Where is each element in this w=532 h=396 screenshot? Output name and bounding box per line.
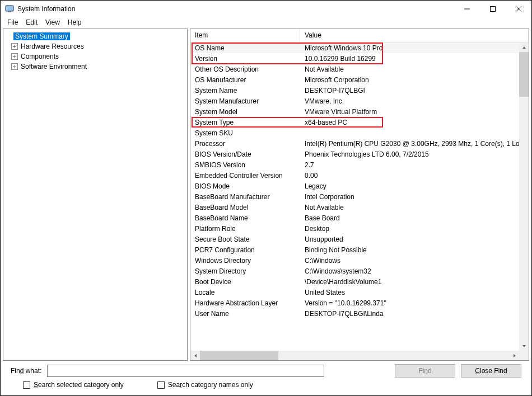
tree-item[interactable]: Hardware Resources [3, 41, 187, 51]
cell-item: Other OS Description [190, 65, 300, 73]
table-row[interactable]: Other OS DescriptionNot Available [190, 64, 529, 74]
cell-item: Processor [190, 140, 300, 148]
cell-value: Microsoft Windows 10 Pro [300, 44, 529, 52]
table-row[interactable]: Version10.0.16299 Build 16299 [190, 53, 529, 64]
cell-item: BaseBoard Name [190, 214, 300, 222]
tree-root-label: System Summary [13, 32, 70, 40]
table-row[interactable]: Windows DirectoryC:\Windows [190, 255, 529, 266]
minimize-button[interactable] [454, 1, 480, 17]
cell-value: \Device\HarddiskVolume1 [300, 278, 529, 286]
cell-item: Windows Directory [190, 257, 300, 265]
table-row[interactable]: BIOS ModeLegacy [190, 181, 529, 191]
cell-value: Intel(R) Pentium(R) CPU G2030 @ 3.00GHz,… [300, 140, 529, 148]
svg-marker-8 [522, 345, 526, 347]
checkbox-category-names[interactable]: Search category names only [157, 381, 253, 389]
checkbox-label: Search selected category only [34, 381, 124, 389]
list-header[interactable]: Item Value [190, 29, 529, 43]
tree-expander-icon[interactable] [11, 43, 18, 50]
menu-help[interactable]: Help [64, 17, 85, 27]
table-row[interactable]: Hardware Abstraction LayerVersion = "10.… [190, 298, 529, 308]
cell-item: System SKU [190, 129, 300, 137]
svg-rect-1 [6, 6, 13, 11]
svg-marker-9 [194, 354, 197, 357]
cell-item: BaseBoard Model [190, 204, 300, 211]
menu-file[interactable]: File [4, 17, 21, 27]
find-button[interactable]: Find [395, 364, 455, 378]
table-row[interactable]: Secure Boot StateUnsupported [190, 234, 529, 244]
table-row[interactable]: Platform RoleDesktop [190, 223, 529, 234]
cell-item: SMBIOS Version [190, 161, 300, 169]
cell-item: System Manufacturer [190, 97, 300, 105]
scroll-thumb[interactable] [519, 52, 529, 97]
table-row[interactable]: PCR7 ConfigurationBinding Not Possible [190, 244, 529, 255]
cell-value: Phoenix Technologies LTD 6.00, 7/2/2015 [300, 150, 529, 158]
menu-view[interactable]: View [42, 17, 63, 27]
table-row[interactable]: System NameDESKTOP-I7QLBGI [190, 85, 529, 96]
cell-value: C:\Windows [300, 257, 529, 265]
maximize-button[interactable] [480, 1, 506, 17]
column-header-value[interactable]: Value [300, 29, 529, 42]
column-header-item[interactable]: Item [190, 29, 300, 42]
tree-item-label: Components [19, 53, 60, 60]
cell-item: Platform Role [190, 225, 300, 233]
cell-item: BIOS Version/Date [190, 150, 300, 158]
checkbox-icon [23, 381, 30, 389]
table-row[interactable]: ProcessorIntel(R) Pentium(R) CPU G2030 @… [190, 138, 529, 149]
tree-expander-icon [6, 33, 12, 40]
table-row[interactable]: System ModelVMware Virtual Platform [190, 106, 529, 117]
table-row[interactable]: User NameDESKTOP-I7QLBGI\Linda [190, 308, 529, 319]
title-bar: System Information [1, 1, 531, 17]
cell-value: Not Available [300, 204, 529, 211]
cell-value: C:\Windows\system32 [300, 267, 529, 275]
table-row[interactable]: SMBIOS Version2.7 [190, 159, 529, 170]
cell-item: Locale [190, 289, 300, 296]
vertical-scrollbar[interactable] [519, 43, 529, 351]
table-row[interactable]: OS NameMicrosoft Windows 10 Pro [190, 43, 529, 53]
tree-expander-icon[interactable] [11, 63, 18, 70]
table-row[interactable]: System SKU [190, 128, 529, 138]
cell-item: BaseBoard Manufacturer [190, 193, 300, 201]
table-row[interactable]: BaseBoard ModelNot Available [190, 202, 529, 213]
cell-value: DESKTOP-I7QLBGI\Linda [300, 310, 529, 318]
list-body[interactable]: OS NameMicrosoft Windows 10 ProVersion10… [190, 43, 529, 360]
cell-item: PCR7 Configuration [190, 246, 300, 254]
scroll-up-icon[interactable] [519, 43, 529, 52]
checkbox-selected-category[interactable]: Search selected category only [23, 381, 124, 389]
tree-expander-icon[interactable] [11, 53, 18, 60]
cell-value: United States [300, 289, 529, 296]
table-row[interactable]: System ManufacturerVMware, Inc. [190, 96, 529, 106]
scroll-left-icon[interactable] [190, 351, 200, 360]
cell-item: System Model [190, 108, 300, 116]
scroll-thumb-h[interactable] [200, 351, 278, 360]
tree-item[interactable]: Components [3, 51, 187, 62]
close-button[interactable] [506, 1, 531, 17]
table-row[interactable]: System DirectoryC:\Windows\system32 [190, 266, 529, 276]
tree-item[interactable]: Software Environment [3, 62, 187, 72]
table-row[interactable]: Embedded Controller Version0.00 [190, 170, 529, 181]
table-row[interactable]: BIOS Version/DatePhoenix Technologies LT… [190, 149, 529, 159]
table-row[interactable]: BaseBoard NameBase Board [190, 213, 529, 223]
tree-root[interactable]: System Summary [3, 31, 187, 41]
tree-pane[interactable]: System Summary Hardware ResourcesCompone… [3, 29, 188, 361]
cell-value: VMware, Inc. [300, 97, 529, 105]
table-row[interactable]: Boot Device\Device\HarddiskVolume1 [190, 276, 529, 287]
table-row[interactable]: System Typex64-based PC [190, 117, 529, 128]
horizontal-scrollbar[interactable] [190, 351, 519, 360]
cell-value: 0.00 [300, 172, 529, 180]
table-row[interactable]: OS ManufacturerMicrosoft Corporation [190, 74, 529, 85]
tree-item-label: Hardware Resources [19, 43, 86, 50]
table-row[interactable]: BaseBoard ManufacturerIntel Corporation [190, 191, 529, 202]
table-row[interactable]: LocaleUnited States [190, 287, 529, 298]
cell-value: 2.7 [300, 161, 529, 169]
scroll-down-icon[interactable] [519, 341, 529, 351]
cell-value: Microsoft Corporation [300, 76, 529, 84]
close-find-button[interactable]: Close Find [461, 364, 521, 378]
scroll-right-icon[interactable] [510, 351, 519, 360]
menu-edit[interactable]: Edit [22, 17, 41, 27]
cell-item: System Name [190, 87, 300, 95]
checkbox-label: Search category names only [168, 381, 253, 389]
find-input[interactable] [47, 365, 324, 377]
details-pane[interactable]: Item Value OS NameMicrosoft Windows 10 P… [190, 29, 529, 361]
cell-item: System Type [190, 119, 300, 126]
cell-item: Hardware Abstraction Layer [190, 299, 300, 307]
